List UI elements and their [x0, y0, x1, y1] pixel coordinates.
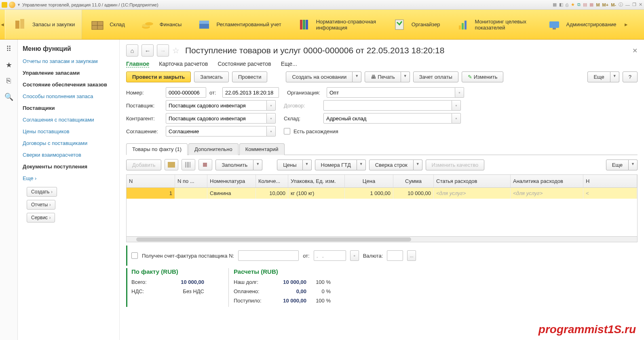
grid-icon[interactable]: ⠿: [6, 44, 11, 53]
edit-button[interactable]: ✎Изменить: [462, 71, 504, 82]
create-based-button[interactable]: Создать на основании▼: [286, 71, 361, 82]
favorites-icon[interactable]: ★: [6, 61, 12, 69]
fill-button[interactable]: Заполнить▼: [215, 160, 262, 170]
col-nomenclature[interactable]: Номенклатура: [207, 175, 256, 187]
sidebar-item-reports[interactable]: Отчеты по запасам и закупкам: [23, 58, 114, 64]
agreement-input[interactable]: [166, 126, 267, 136]
sidebar-item-stock-mgmt[interactable]: Управление запасами: [23, 70, 114, 76]
tab-calc-state[interactable]: Состояние расчетов: [217, 61, 271, 67]
org-pick-button[interactable]: ▫: [455, 87, 464, 98]
h-scrollbar[interactable]: [127, 236, 637, 242]
date-input[interactable]: [222, 87, 279, 98]
forward-button[interactable]: →: [157, 44, 169, 57]
col-last[interactable]: Н: [583, 175, 637, 187]
star-icon[interactable]: ★: [571, 2, 575, 7]
clipboard-icon[interactable]: ⎘: [6, 77, 11, 85]
barcode-icon[interactable]: [165, 159, 178, 170]
col-expense[interactable]: Статья расходов: [434, 175, 511, 187]
post-button[interactable]: Провести: [232, 71, 268, 82]
doc-tab-goods[interactable]: Товары по факту (1): [126, 143, 188, 155]
ribbon-item-reference[interactable]: Нормативно-справочная информация: [289, 10, 384, 39]
sidebar-item-order-status[interactable]: Состояние обеспечения заказов: [23, 82, 114, 88]
contract-pick-button[interactable]: ▫: [452, 100, 461, 111]
ribbon-item-warehouse[interactable]: Склад: [82, 10, 132, 39]
tb-icon-3[interactable]: ⎙: [566, 2, 568, 7]
help-button[interactable]: ?: [623, 71, 638, 82]
minimize-button[interactable]: —: [625, 2, 630, 7]
doc-tab-additional[interactable]: Дополнительно: [188, 143, 239, 155]
ribbon-scroll-right[interactable]: ►: [624, 22, 629, 27]
sidebar-item-suppliers[interactable]: Поставщики: [23, 105, 114, 111]
offset-button[interactable]: Зачет оплаты: [413, 71, 458, 82]
more-button[interactable]: Еще▼: [587, 71, 619, 82]
discrepancy-checkbox[interactable]: [284, 128, 290, 134]
agreement-pick-button[interactable]: ▫: [267, 126, 276, 136]
invoice-date-pick[interactable]: ▫: [350, 250, 359, 261]
counter-pick-button[interactable]: ▫: [267, 113, 276, 124]
tab-main[interactable]: Главное: [126, 61, 149, 67]
home-button[interactable]: ⌂: [126, 44, 138, 57]
sidebar-item-contracts[interactable]: Договоры с поставщиками: [23, 140, 114, 146]
ribbon-item-organizer[interactable]: Органайзер: [384, 10, 448, 39]
ribbon-item-admin[interactable]: Администрирование: [539, 10, 624, 39]
supplier-input[interactable]: [166, 100, 267, 111]
create-button[interactable]: Создать: [27, 187, 57, 197]
close-doc-button[interactable]: ✕: [632, 47, 638, 55]
counter-input[interactable]: [166, 113, 267, 124]
calc-icon[interactable]: ▤: [583, 2, 587, 7]
warehouse-input[interactable]: [323, 113, 452, 124]
ribbon-item-finance[interactable]: Финансы: [132, 10, 189, 39]
tab-more[interactable]: Еще...: [281, 61, 297, 67]
currency-input[interactable]: [387, 250, 403, 261]
invoice-number-input[interactable]: [238, 250, 299, 261]
table-more-button[interactable]: Еще▼: [606, 160, 638, 170]
ribbon-scroll-left[interactable]: ◄: [0, 22, 5, 27]
org-input[interactable]: [327, 87, 455, 98]
col-npo[interactable]: N по ...: [175, 175, 207, 187]
maximize-button[interactable]: ❐: [632, 2, 636, 7]
contract-input[interactable]: [323, 100, 452, 111]
back-button[interactable]: ←: [141, 44, 154, 57]
col-unit[interactable]: Упаковка, Ед. изм.: [288, 175, 345, 187]
reports-button[interactable]: Отчеты: [27, 200, 55, 210]
reconcile-button[interactable]: Сверка строк▼: [369, 160, 422, 170]
copy-icon[interactable]: [198, 159, 212, 170]
prices-button[interactable]: Цены▼: [277, 160, 311, 170]
sidebar-item-agreements[interactable]: Соглашения с поставщиками: [23, 117, 114, 123]
m-minus-button[interactable]: M-: [611, 2, 616, 7]
tb-icon-2[interactable]: ◧: [559, 2, 563, 7]
invoice-checkbox[interactable]: [131, 252, 138, 259]
supplier-pick-button[interactable]: ▫: [267, 100, 276, 111]
add-row-button[interactable]: Добавить: [126, 160, 161, 170]
col-analytics[interactable]: Аналитика расходов: [511, 175, 583, 187]
ribbon-item-stocks[interactable]: Запасы и закупки: [5, 10, 82, 39]
col-sum[interactable]: Сумма: [393, 175, 434, 187]
currency-pick[interactable]: ...: [407, 250, 416, 261]
ribbon-item-monitoring[interactable]: Мониторинг целевых показателей: [448, 10, 539, 39]
favorite-star-icon[interactable]: ☆: [172, 46, 179, 55]
sidebar-item-more[interactable]: Еще ›: [23, 175, 114, 181]
m-button[interactable]: M: [596, 2, 600, 7]
sidebar-item-receipt-docs[interactable]: Документы поступления: [23, 164, 114, 170]
col-n[interactable]: N: [127, 175, 175, 187]
col-price[interactable]: Цена: [345, 175, 393, 187]
number-input[interactable]: [166, 87, 206, 98]
info-icon[interactable]: ⓘ: [619, 2, 623, 8]
tab-calc-card[interactable]: Карточка расчетов: [159, 61, 208, 67]
dropdown-icon[interactable]: ▼: [17, 3, 21, 7]
link-icon[interactable]: ⧉: [577, 2, 581, 7]
tb-icon-1[interactable]: ▦: [553, 2, 557, 7]
calendar-icon[interactable]: ▦: [589, 2, 593, 7]
quality-button[interactable]: Изменить качество: [426, 160, 485, 170]
scan-icon[interactable]: [182, 159, 195, 170]
ribbon-item-accounting[interactable]: Регламентированный учет: [189, 10, 288, 39]
search-icon[interactable]: 🔍: [4, 92, 13, 101]
write-button[interactable]: Записать: [194, 71, 229, 82]
sidebar-item-replenish[interactable]: Способы пополнения запаса: [23, 93, 114, 99]
col-qty[interactable]: Количе...: [256, 175, 288, 187]
doc-tab-comment[interactable]: Комментарий: [239, 143, 285, 155]
m-plus-button[interactable]: M+: [602, 2, 609, 7]
close-button[interactable]: ✕: [639, 2, 642, 7]
warehouse-pick-button[interactable]: ▫: [452, 113, 461, 124]
sidebar-item-prices[interactable]: Цены поставщиков: [23, 128, 114, 134]
